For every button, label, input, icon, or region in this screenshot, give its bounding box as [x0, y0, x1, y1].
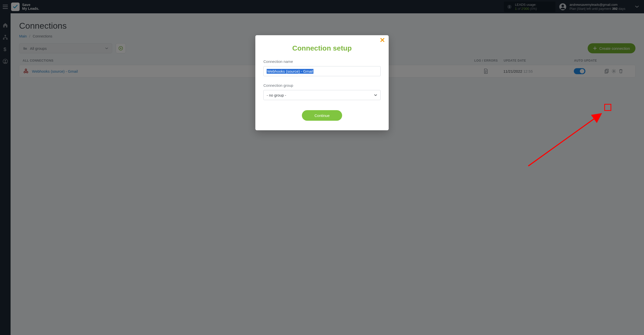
continue-label: Continue: [314, 113, 330, 118]
connection-name-label: Connection name: [263, 59, 381, 64]
chevron-down-icon: [374, 94, 377, 96]
continue-button[interactable]: Continue: [302, 110, 342, 121]
close-icon: [380, 38, 385, 42]
connection-group-value: - no group -: [267, 93, 286, 97]
connection-setup-modal: Connection setup Connection name Webhook…: [255, 35, 389, 130]
connection-name-input[interactable]: Webhooks (source) - Gmail: [263, 66, 381, 76]
connection-group-label: Connection group: [263, 83, 381, 88]
modal-close-button[interactable]: [380, 38, 385, 42]
connection-group-select[interactable]: - no group -: [263, 90, 381, 100]
connection-name-value: Webhooks (source) - Gmail: [267, 69, 313, 74]
modal-title: Connection setup: [263, 44, 381, 52]
